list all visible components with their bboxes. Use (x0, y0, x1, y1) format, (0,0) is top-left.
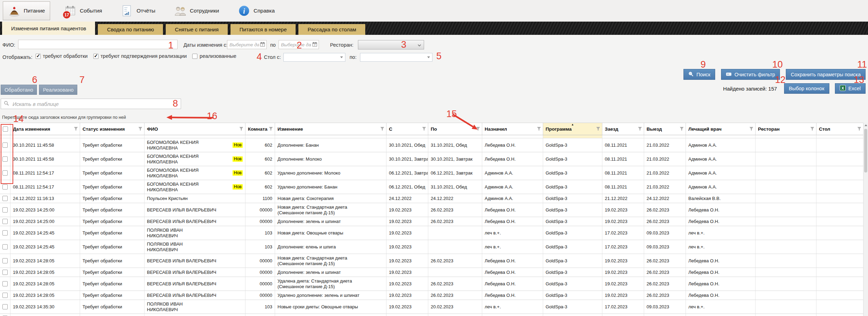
menu-item-2[interactable]: 17События (59, 2, 107, 20)
row-checkbox[interactable] (2, 156, 8, 162)
column-header-program[interactable]: Программа▲ (543, 123, 602, 135)
column-header-assigned[interactable]: Назначил (482, 123, 543, 135)
filter-funnel-icon[interactable] (269, 126, 273, 132)
tab-2[interactable]: Сводка по питанию (98, 24, 163, 35)
row-checkbox[interactable] (2, 207, 8, 213)
row-checkbox[interactable] (2, 142, 8, 148)
excel-button[interactable]: X Excel (835, 83, 866, 94)
cell-to: 20.02.2023 (428, 300, 482, 314)
table-to-dropdown[interactable] (360, 53, 432, 62)
spacer-cell (144, 135, 245, 138)
filter-funnel-icon[interactable] (537, 126, 541, 132)
checkbox-input[interactable] (93, 54, 99, 59)
tab-3[interactable]: Снятые с питания (166, 24, 227, 35)
cell-arrival: 19.02.2023 (602, 291, 644, 300)
cell-fio: БОГОМОЛОВА КСЕНИЯ НИКОЛАЕВНАНов (144, 152, 245, 166)
column-header-fio[interactable]: ФИО (144, 123, 245, 135)
checkbox-input[interactable] (36, 54, 41, 59)
cell-program: GoldSpa-3 (543, 166, 602, 180)
cell-from: 19.02.2023 (386, 300, 428, 314)
filter-funnel-icon[interactable] (476, 126, 480, 132)
cell-status (80, 314, 144, 316)
column-header-room[interactable]: Комната (245, 123, 275, 135)
table-from-dropdown[interactable] (283, 53, 345, 62)
tab-4[interactable]: Питаются в номере (230, 24, 296, 35)
cake-icon (8, 5, 21, 17)
cell-date: 30.10.2021 11:45:58 (10, 138, 80, 152)
column-header-arrival[interactable]: Заезд (602, 123, 644, 135)
table-search-input[interactable] (12, 101, 178, 107)
column-header-to[interactable]: По (428, 123, 482, 135)
cell-from: 06.12.2021, Обед (386, 180, 428, 194)
filter-funnel-icon[interactable] (596, 126, 600, 132)
column-header-table[interactable]: Стол (816, 123, 863, 135)
row-checkbox[interactable] (2, 304, 8, 309)
cell-from: 06.12.2021, Завтрак (386, 166, 428, 180)
filter-funnel-icon[interactable] (239, 126, 243, 132)
date-to-input[interactable]: Выберите дату 7 (279, 40, 319, 49)
filter-funnel-icon[interactable] (422, 126, 426, 132)
row-checkbox[interactable] (2, 219, 8, 224)
cell-assigned: Админов А.А. (482, 180, 543, 194)
calendar-small-icon[interactable]: 7 (312, 42, 317, 48)
filter-funnel-icon[interactable] (638, 126, 642, 132)
row-checkbox[interactable] (2, 281, 8, 286)
fio-input[interactable] (18, 40, 178, 49)
clear-filter-button[interactable]: Очистить фильтр (721, 69, 780, 80)
cell-change: Новая диета: Стандартная диета (Смешанно… (275, 254, 386, 268)
cell-text: Лебедева О.Н. (688, 207, 719, 213)
filter-funnel-icon[interactable] (680, 126, 684, 132)
calendar-small-icon[interactable]: 7 (260, 42, 265, 48)
column-header-change[interactable]: Изменение (275, 123, 386, 135)
realized-button[interactable]: Реализовано (39, 85, 77, 95)
row-checkbox[interactable] (2, 230, 8, 236)
filter-funnel-icon[interactable] (857, 126, 861, 132)
filter-checkbox-3[interactable]: реализованные (192, 53, 236, 59)
row-checkbox[interactable] (2, 244, 8, 249)
cell-text: Админов А.А. (485, 170, 513, 176)
row-checkbox[interactable] (2, 270, 8, 275)
patient-name: ВЕРЕСАЕВ ИЛЬЯ ВАЛЕРЬЕВИЧ (147, 281, 243, 287)
search-button[interactable]: Поиск (683, 69, 715, 80)
row-checkbox[interactable] (2, 258, 8, 263)
row-checkbox[interactable] (2, 170, 8, 176)
filter-checkbox-2[interactable]: требуют подтверждения реализации (93, 53, 187, 59)
checkbox-input[interactable] (192, 54, 197, 59)
column-header-departure[interactable]: Выезд (644, 123, 686, 135)
choose-columns-button[interactable]: Выбор колонок (784, 83, 829, 94)
column-header-from[interactable]: С (386, 123, 428, 135)
cell-text: Требует обработки (83, 170, 122, 176)
row-checkbox[interactable] (2, 293, 8, 298)
date-from-input[interactable]: Выберите дату 7 (227, 40, 267, 49)
select-all-checkbox[interactable] (3, 126, 8, 132)
filter-funnel-icon[interactable] (138, 126, 142, 132)
scrollbar-thumb[interactable] (864, 129, 867, 172)
filter-funnel-icon[interactable] (810, 126, 814, 132)
row-checkbox[interactable] (2, 196, 8, 201)
processed-button[interactable]: Обработано (1, 85, 37, 95)
tab-5[interactable]: Рассадка по столам (298, 24, 365, 35)
column-header-label: Стол (819, 126, 857, 132)
filter-checkbox-1[interactable]: требуют обработки (36, 53, 88, 59)
menu-item-3[interactable]: Отчёты (116, 2, 160, 20)
column-header-restaurant[interactable]: Ресторан (756, 123, 816, 135)
filter-funnel-icon[interactable] (749, 126, 753, 132)
column-header-doctor[interactable]: Лечащий врач (686, 123, 756, 135)
scroll-up-icon[interactable] (863, 123, 868, 128)
menu-item-5[interactable]: iСправка (233, 2, 280, 20)
cell-to: 06.12.2021, Завтрак (428, 166, 482, 180)
filter-funnel-icon[interactable] (380, 126, 384, 132)
save-search-params-button[interactable]: Сохранить параметры поиска (786, 69, 866, 80)
row-checkbox[interactable] (2, 184, 8, 190)
restaurant-dropdown[interactable] (358, 40, 424, 49)
vertical-scrollbar[interactable] (863, 123, 868, 316)
column-header-date[interactable]: Дата изменения (10, 123, 80, 135)
filter-funnel-icon[interactable] (74, 126, 78, 132)
menu-item-4[interactable]: Сотрудники (169, 2, 224, 20)
cell-text: 19.02.2023 (389, 219, 412, 224)
cell-text: 19.02.2023 (389, 207, 412, 213)
tab-1[interactable]: Изменения питания пациентов (2, 22, 95, 35)
table-search-box[interactable] (1, 99, 181, 109)
menu-item-1[interactable]: Питание (3, 1, 50, 20)
column-header-status[interactable]: Статус изменения (80, 123, 144, 135)
